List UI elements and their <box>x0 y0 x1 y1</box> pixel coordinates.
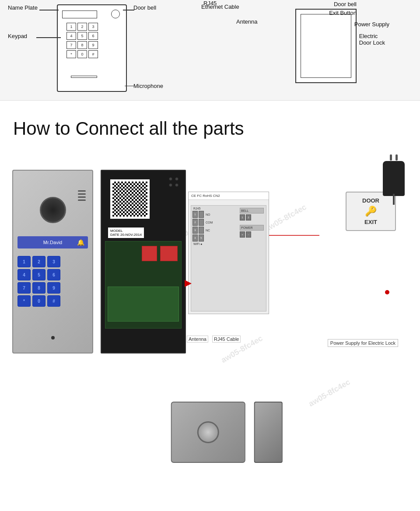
power-pins: + - <box>240 231 264 238</box>
bkey-3: 3 <box>47 256 60 267</box>
key-1: 1 <box>66 23 76 31</box>
svg-point-2 <box>385 290 389 294</box>
prong-1 <box>390 154 392 161</box>
hole-4 <box>175 183 178 187</box>
bkey-4: 4 <box>18 269 31 280</box>
inner-rect <box>301 14 351 78</box>
hole-2 <box>175 177 178 181</box>
key-2: 2 <box>77 23 87 31</box>
door-bell-label: Door bell <box>334 1 357 7</box>
nameplate-line <box>39 10 59 10</box>
qr-code <box>112 182 147 217</box>
keypad-line <box>36 37 61 38</box>
door-panel: Mr.David 🔔 1 2 3 4 5 6 7 8 9 * 0 # <box>12 170 93 354</box>
bkey-2: 2 <box>32 256 46 267</box>
connection-section: aw05-8fc4ec aw05-8fc4ec aw05-8fc4ec aw05… <box>0 148 420 476</box>
bkey-star: * <box>18 295 31 307</box>
microphone-label: Microphone <box>133 83 163 89</box>
hole-3 <box>169 183 172 187</box>
key-9: 9 <box>88 41 98 49</box>
pin-nc2: 5 <box>199 234 204 242</box>
mounting-holes <box>169 177 178 187</box>
rj45-cable-label: RJ45 Cable <box>212 336 241 343</box>
bell-pins: 1 2 <box>240 214 264 220</box>
pin-2: 2 <box>192 219 198 226</box>
ethernet-cable-label: Ethernet Cable <box>201 4 239 10</box>
nc-label: NC <box>206 229 210 232</box>
right-device-diagram <box>295 9 357 83</box>
bkey-9: 9 <box>47 282 60 294</box>
bkey-0: 0 <box>32 295 46 307</box>
section-title: How to Connect all the parts <box>0 101 420 148</box>
speaker-line-2 <box>78 193 86 195</box>
pcb-label: MODEL DATE 20-NOV-2014 <box>108 228 144 238</box>
cert-text: CE FC RoHS CN2 <box>191 194 220 198</box>
wifi-module <box>108 287 179 322</box>
connector-block: RJ45 1 NO 2 COM 3 NC 4 5 WiFi ● <box>191 205 266 312</box>
qr-code-area <box>110 179 150 219</box>
red-component <box>160 246 178 261</box>
pcb-date: DATE 20-NOV-2014 <box>110 233 142 237</box>
speaker-line-4 <box>78 200 86 201</box>
nameplate-display: Mr.David 🔔 <box>18 236 88 248</box>
led-dot <box>51 336 55 340</box>
watermark-5: aw05-8fc4ec <box>307 378 352 409</box>
call-button-diagram <box>111 10 120 18</box>
bkey-1: 1 <box>18 256 31 267</box>
key-4: 4 <box>66 32 76 40</box>
ctrl-module: CE FC RoHS CN2 RJ45 1 NO 2 COM 3 NC <box>188 192 269 314</box>
electric-door-lock-label: ElectricDoor Lock <box>359 33 385 46</box>
electric-lock <box>171 402 283 463</box>
bell-pin-1: 1 <box>240 214 245 220</box>
lock-strike <box>254 402 283 463</box>
key-8: 8 <box>77 41 87 49</box>
lock-body <box>171 402 245 463</box>
key-7: 7 <box>66 41 76 49</box>
bkey-6: 6 <box>47 269 60 280</box>
bell-pin-2: 2 <box>246 214 251 220</box>
pin-com <box>199 219 204 226</box>
pin-1: 1 <box>192 211 198 218</box>
prong-2 <box>396 154 398 161</box>
pcb-model: MODEL <box>110 229 142 233</box>
com-label: COM <box>206 221 213 224</box>
exit-text: EXIT <box>364 219 377 225</box>
prongs <box>390 154 398 161</box>
camera-lens <box>40 197 66 223</box>
key-3: 3 <box>88 23 98 31</box>
wifi-row: WiFi ● <box>192 242 265 245</box>
pin-4: 4 <box>192 234 198 242</box>
antenna-label-top: Antenna <box>236 18 257 25</box>
rj45-conn-label: RJ45 <box>193 207 200 210</box>
top-diagram: 1 2 3 4 5 6 7 8 9 * 0 # Name Plate Door … <box>0 0 420 101</box>
bell-section: BELL 1 2 POWER + - <box>240 208 264 238</box>
hole-1 <box>169 177 172 181</box>
power-supply-lock-label: Power Supply for Electric Lock <box>328 339 398 347</box>
pin-no3 <box>199 211 204 218</box>
cert-row: CE FC RoHS CN2 <box>189 192 269 200</box>
wifi-label: WiFi ● <box>193 242 202 245</box>
key-hash: # <box>88 50 98 58</box>
key-5: 5 <box>77 32 87 40</box>
pcb-board: MODEL DATE 20-NOV-2014 CE FC RoHS <box>101 170 186 354</box>
red-component-2 <box>142 246 157 261</box>
power-supply-label: Power Supply <box>354 21 389 28</box>
bkey-8: 8 <box>32 282 46 294</box>
screen-area <box>62 10 97 18</box>
blue-keypad: 1 2 3 4 5 6 7 8 9 * 0 # <box>18 256 88 307</box>
exit-button-label: Exit Button <box>329 10 357 16</box>
bell-label: BELL <box>240 208 264 214</box>
bell-icon: 🔔 <box>77 239 84 246</box>
microphone-line <box>125 86 134 87</box>
lock-knob <box>197 421 219 443</box>
antenna-conn-label: Antenna <box>187 336 208 343</box>
microphone-bar <box>71 76 97 78</box>
key-star: * <box>66 50 76 58</box>
bkey-hash: # <box>47 295 60 307</box>
bkey-5: 5 <box>32 269 46 280</box>
nameplate-text: Mr.David <box>43 240 62 245</box>
power-label: POWER <box>240 225 264 231</box>
speaker-line-1 <box>78 190 86 192</box>
keypad-diagram: 1 2 3 4 5 6 7 8 9 * 0 # <box>66 23 102 58</box>
power-plus: + <box>240 231 245 238</box>
